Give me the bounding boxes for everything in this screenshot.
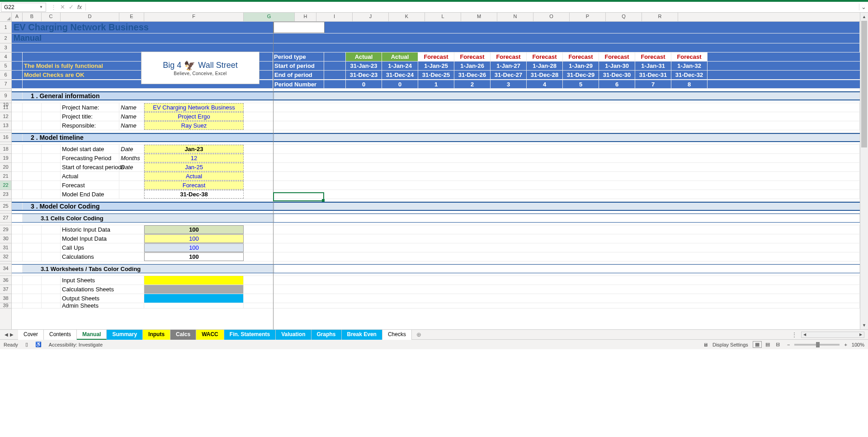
sheet-tab-manual[interactable]: Manual xyxy=(77,330,107,340)
row-header[interactable]: 4 xyxy=(0,52,11,62)
row-header[interactable]: 21 xyxy=(0,172,11,181)
row-header[interactable]: 38 xyxy=(0,294,11,303)
row-header[interactable]: 11 xyxy=(0,103,11,112)
sheet-tab-inputs[interactable]: Inputs xyxy=(143,330,170,340)
check-icon[interactable]: ✓ xyxy=(69,4,74,10)
model-start-date-input[interactable]: Jan-23 xyxy=(144,145,244,153)
col-header[interactable]: A xyxy=(12,13,23,21)
display-settings-icon[interactable]: 🖥 xyxy=(703,342,708,347)
row-header[interactable]: 9 xyxy=(0,91,11,100)
row-header[interactable]: 13 xyxy=(0,121,11,130)
col-header[interactable]: J xyxy=(353,13,389,21)
scroll-right-icon[interactable]: ▶ xyxy=(858,332,864,337)
sheet-tab-fin-statements[interactable]: Fin. Statements xyxy=(224,330,276,340)
zoom-in-icon[interactable]: + xyxy=(844,342,847,347)
accessibility-icon[interactable]: ♿ xyxy=(35,342,42,347)
row-header[interactable]: 32 xyxy=(0,252,11,261)
spreadsheet-grid[interactable]: A B C D E F G H I J K L M N O P Q R 1 2 … xyxy=(0,13,860,329)
prev-sheet-icon[interactable]: ◀ xyxy=(5,332,8,337)
row-header[interactable]: 20 xyxy=(0,163,11,172)
project-name-input[interactable]: EV Charging Network Business xyxy=(144,103,244,112)
sheet-tab-graphs[interactable]: Graphs xyxy=(311,330,342,340)
row-header[interactable]: 3 xyxy=(0,43,11,52)
sheet-tab-contents[interactable]: Contents xyxy=(44,330,77,340)
row-header[interactable]: 37 xyxy=(0,285,11,294)
sheet-tab-checks[interactable]: Checks xyxy=(382,330,412,340)
scroll-thumb[interactable] xyxy=(861,21,867,147)
col-header[interactable]: I xyxy=(316,13,353,21)
col-header[interactable]: G xyxy=(244,13,295,21)
row-header[interactable]: 7 xyxy=(0,80,11,89)
row-header[interactable]: 5 xyxy=(0,62,11,71)
sheet-tab-cover[interactable]: Cover xyxy=(18,330,44,340)
chevron-down-icon[interactable]: ▼ xyxy=(39,5,43,9)
page-break-view-icon[interactable]: ⊟ xyxy=(774,341,783,348)
row-header[interactable]: 36 xyxy=(0,276,11,285)
row-header[interactable]: 16 xyxy=(0,133,11,142)
sheet-tab-valuation[interactable]: Valuation xyxy=(276,330,311,340)
scroll-left-icon[interactable]: ◀ xyxy=(802,332,808,337)
row-header[interactable]: 2 xyxy=(0,33,11,43)
col-header[interactable]: N xyxy=(497,13,533,21)
row-header[interactable]: 39 xyxy=(0,303,11,309)
row-header[interactable]: 27 xyxy=(0,214,11,223)
col-header[interactable]: Q xyxy=(606,13,642,21)
sheet-tab-wacc[interactable]: WACC xyxy=(196,330,224,340)
actual-label-input[interactable]: Actual xyxy=(144,172,244,180)
normal-view-icon[interactable]: ▦ xyxy=(753,341,762,348)
accessibility-status[interactable]: Accessibility: Investigate xyxy=(49,342,103,347)
col-header[interactable]: O xyxy=(533,13,570,21)
scroll-up-icon[interactable]: ▲ xyxy=(860,13,868,21)
col-header[interactable]: K xyxy=(389,13,425,21)
row-header[interactable]: 25 xyxy=(0,202,11,211)
col-header[interactable]: H xyxy=(295,13,316,21)
zoom-level[interactable]: 100% xyxy=(852,342,864,347)
responsible-input[interactable]: Ray Suez xyxy=(144,121,244,130)
row-header[interactable]: 6 xyxy=(0,71,11,80)
col-header[interactable]: C xyxy=(42,13,61,21)
cancel-icon[interactable]: ✕ xyxy=(60,4,65,10)
row-header[interactable]: 23 xyxy=(0,190,11,199)
zoom-slider[interactable] xyxy=(794,344,840,346)
sheet-tab-summary[interactable]: Summary xyxy=(107,330,143,340)
col-header[interactable]: E xyxy=(119,13,144,21)
col-header[interactable]: M xyxy=(461,13,497,21)
formula-input[interactable] xyxy=(86,2,859,12)
row-header[interactable]: 29 xyxy=(0,225,11,234)
col-header[interactable]: R xyxy=(642,13,678,21)
scroll-down-icon[interactable]: ▼ xyxy=(860,321,868,329)
row-header[interactable]: 18 xyxy=(0,145,11,154)
row-header[interactable]: 30 xyxy=(0,234,11,243)
display-settings-label[interactable]: Display Settings xyxy=(712,342,748,347)
col-header[interactable]: B xyxy=(23,13,42,21)
col-header[interactable]: F xyxy=(144,13,244,21)
project-title-input[interactable]: Project Ergo xyxy=(144,112,244,121)
col-header[interactable]: P xyxy=(570,13,606,21)
sheet-tab-break-even[interactable]: Break Even xyxy=(342,330,382,340)
expand-formula-icon[interactable]: ⌄ xyxy=(859,4,868,10)
row-header[interactable]: 19 xyxy=(0,154,11,163)
forecast-start-input[interactable]: Jan-25 xyxy=(144,163,244,171)
new-sheet-button[interactable]: ⊕ xyxy=(412,330,426,340)
row-header[interactable]: 34 xyxy=(0,264,11,273)
page-layout-view-icon[interactable]: ▤ xyxy=(763,341,772,348)
forecasting-period-input[interactable]: 12 xyxy=(144,154,244,162)
fx-icon[interactable]: fx xyxy=(77,4,82,10)
forecast-label-input[interactable]: Forecast xyxy=(144,181,244,190)
tab-menu-icon[interactable]: ⋮ xyxy=(791,331,797,338)
col-header[interactable]: D xyxy=(61,13,119,21)
field-unit: Date xyxy=(119,163,144,171)
next-sheet-icon[interactable]: ▶ xyxy=(10,332,14,337)
select-all-button[interactable] xyxy=(0,13,12,21)
col-header[interactable]: L xyxy=(425,13,461,21)
row-header[interactable]: 22 xyxy=(0,181,11,190)
name-box[interactable]: G22 ▼ xyxy=(1,3,46,12)
horizontal-scrollbar[interactable]: ◀ ▶ xyxy=(801,332,864,338)
row-header[interactable]: 1 xyxy=(0,22,11,33)
row-header[interactable]: 31 xyxy=(0,243,11,252)
macro-icon[interactable]: ▯ xyxy=(25,342,28,347)
sheet-tab-calcs[interactable]: Calcs xyxy=(170,330,196,340)
row-header[interactable]: 12 xyxy=(0,112,11,121)
zoom-out-icon[interactable]: − xyxy=(787,342,790,347)
vertical-scrollbar[interactable]: ▲ ▼ xyxy=(860,13,868,329)
